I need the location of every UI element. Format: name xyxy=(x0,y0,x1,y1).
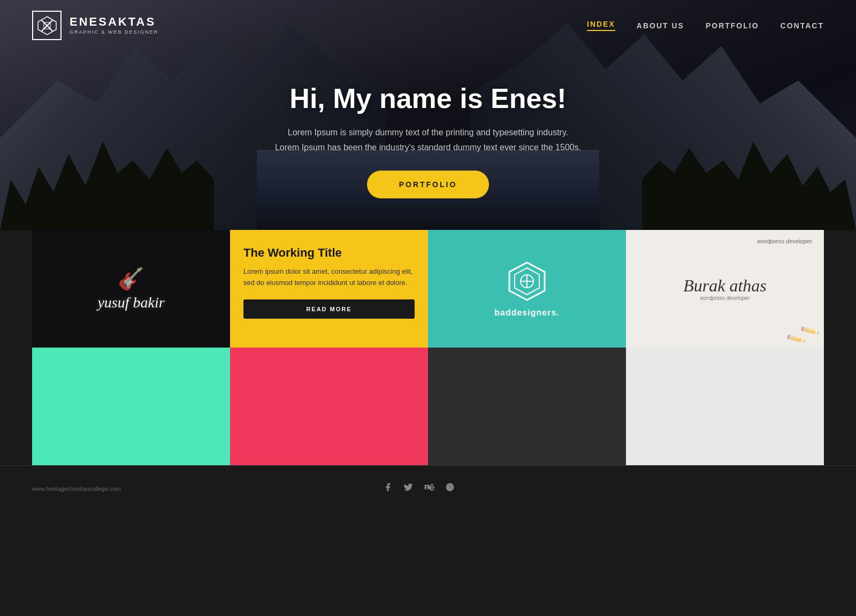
portfolio-card-8[interactable] xyxy=(626,348,824,465)
footer-url: www.heritagechristiancollege.com xyxy=(32,486,121,492)
brand-subtitle: GRAPHIC & WEB DESIGNER xyxy=(70,29,158,35)
card4-sig-line2: wordpress developer xyxy=(683,295,767,301)
nav-contact[interactable]: CONTACT xyxy=(781,21,824,30)
social-icons xyxy=(383,482,455,495)
portfolio-grid-row2 xyxy=(32,348,824,465)
pencil-icon: ✏️✏️ xyxy=(785,320,820,348)
hexagon-icon xyxy=(506,260,548,303)
facebook-icon[interactable] xyxy=(383,482,393,495)
card3-brand: baddesigners. xyxy=(494,308,559,318)
portfolio-card-6[interactable] xyxy=(230,348,428,465)
portfolio-card-1[interactable]: 🎸 yusuf bakir xyxy=(32,230,230,348)
nav-portfolio[interactable]: PORTFOLIO xyxy=(706,21,759,30)
footer: www.heritagechristiancollege.com xyxy=(0,465,856,509)
card1-content: 🎸 yusuf bakir xyxy=(97,266,164,311)
logo-text: ENESAKTAS GRAPHIC & WEB DESIGNER xyxy=(70,16,158,35)
twitter-icon[interactable] xyxy=(403,482,413,495)
read-more-button[interactable]: READ MORE xyxy=(243,299,415,319)
hero-subtitle: Lorem Ipsum is simply dummy text of the … xyxy=(275,125,581,154)
portfolio-card-2[interactable]: The Working Title Lorem ipsum dolor sit … xyxy=(230,230,428,348)
portfolio-card-7[interactable] xyxy=(428,348,626,465)
brand-name: ENESAKTAS xyxy=(70,16,158,28)
navbar: ENESAKTAS GRAPHIC & WEB DESIGNER INDEX A… xyxy=(0,0,856,51)
cta-portfolio-button[interactable]: PORTFOLIO xyxy=(367,171,490,198)
hero-subtitle-line1: Lorem Ipsum is simply dummy text of the … xyxy=(288,128,568,137)
nav-about[interactable]: ABOUT US xyxy=(637,21,684,30)
hero-content: Hi, My name is Enes! Lorem Ipsum is simp… xyxy=(0,51,856,230)
card1-signature: yusuf bakir xyxy=(97,294,164,311)
portfolio-grid: 🎸 yusuf bakir The Working Title Lorem ip… xyxy=(32,230,824,348)
card4-signature: Burak athas xyxy=(683,276,767,295)
hero-section: ENESAKTAS GRAPHIC & WEB DESIGNER INDEX A… xyxy=(0,0,856,230)
card2-title: The Working Title xyxy=(243,246,415,260)
portfolio-card-3[interactable]: baddesigners. xyxy=(428,230,626,348)
hero-subtitle-line2: Lorem Ipsum has been the industry's stan… xyxy=(275,143,581,152)
hero-title: Hi, My name is Enes! xyxy=(289,82,566,114)
dribbble-icon[interactable] xyxy=(445,482,455,495)
card4-sig-line1: Burak athas xyxy=(683,276,767,295)
portfolio-card-4[interactable]: wordpress developer. Burak athas wordpre… xyxy=(626,230,824,348)
logo-area: ENESAKTAS GRAPHIC & WEB DESIGNER xyxy=(32,11,158,40)
nav-links: INDEX ABOUT US PORTFOLIO CONTACT xyxy=(587,20,824,31)
logo-icon xyxy=(37,16,57,36)
nav-index[interactable]: INDEX xyxy=(587,20,615,31)
card4-content: Burak athas wordpress developer xyxy=(683,276,767,301)
behance-icon[interactable] xyxy=(424,482,434,495)
portfolio-card-5[interactable] xyxy=(32,348,230,465)
card4-top-label: wordpress developer. xyxy=(757,238,813,244)
guitar-icon: 🎸 xyxy=(97,266,164,291)
logo-box xyxy=(32,11,62,40)
card2-description: Lorem ipsum dolor sit amet, consectetur … xyxy=(243,266,415,289)
